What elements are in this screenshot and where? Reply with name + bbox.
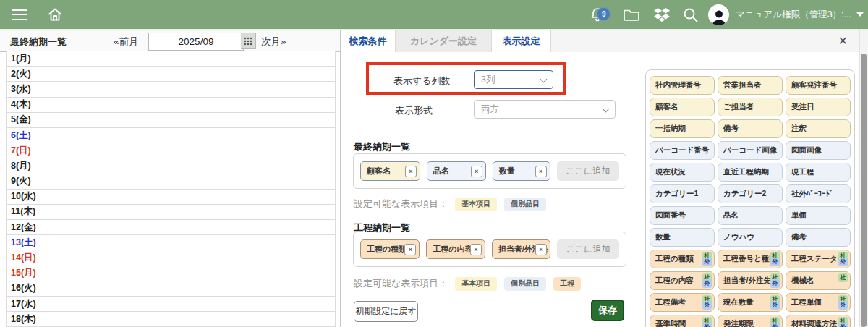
calendar-day-row[interactable]: 11(木) [7, 205, 335, 220]
month-input[interactable] [148, 33, 244, 51]
palette-item[interactable]: 発注期限 社 外 [718, 315, 783, 327]
palette-item[interactable]: 図面番号 [650, 206, 715, 225]
add-here-dropzone[interactable]: ここに追加 [557, 161, 619, 181]
calendar-day-row[interactable]: 7(日) [7, 143, 335, 158]
palette-item[interactable]: 材料調達方法 社 外 [786, 315, 851, 327]
palette-item[interactable]: 基準時間 社 外 [650, 315, 715, 327]
close-icon[interactable]: ✕ [838, 34, 848, 48]
remove-chip-icon[interactable]: × [535, 166, 547, 177]
calendar-day-row[interactable]: 1(月) [7, 51, 335, 67]
calendar-day-row[interactable]: 13(土) [7, 235, 335, 250]
calendar-day-row[interactable]: 15(月) [7, 266, 335, 281]
user-role-label[interactable]: マニュアル権限（管理3）:... [736, 9, 851, 21]
palette-item[interactable]: バーコード番号 [650, 141, 715, 160]
calendar-day-row[interactable]: 9(火) [7, 174, 335, 190]
remove-chip-icon[interactable]: × [535, 244, 547, 255]
palette-item[interactable]: 社外ﾊﾞｰｺｰﾄﾞ [786, 184, 851, 203]
palette-item[interactable]: 工程ステータス 社 外 [786, 250, 851, 268]
badge-external: 外 [702, 301, 712, 310]
user-avatar[interactable] [708, 4, 729, 25]
palette-item[interactable]: 受注日 [786, 98, 851, 116]
chip-customer-name[interactable]: 顧客名 × [360, 161, 420, 181]
notification-bell-icon[interactable]: 9 [589, 6, 606, 23]
field-palette: 社内管理番号 営業担当者 顧客発注番号 顧客名 [645, 69, 855, 327]
add-here-dropzone[interactable]: ここに追加 [557, 239, 619, 259]
remove-chip-icon[interactable]: × [405, 166, 417, 177]
chip-process-content[interactable]: 工程の内容 × [426, 239, 485, 259]
date-picker-icon[interactable] [241, 33, 256, 49]
palette-item[interactable]: 備考 [718, 119, 783, 138]
palette-item[interactable]: 注釈 [786, 119, 851, 138]
palette-item[interactable]: 工程単価 社 外 [786, 293, 851, 312]
display-format-select[interactable]: 両方 [474, 100, 616, 119]
palette-item[interactable]: カテゴリー2 [718, 184, 783, 203]
chip-product-name[interactable]: 品名 × [427, 161, 486, 181]
available-items-label: 設定可能な表示項目： [354, 198, 448, 211]
palette-item[interactable]: 工程の内容 社 外 [650, 271, 715, 290]
chip-quantity[interactable]: 数量 × [493, 161, 550, 181]
palette-item[interactable]: 直近工程納期 [718, 163, 783, 182]
folder-icon[interactable] [622, 6, 641, 23]
palette-item[interactable]: 現在状況 [650, 163, 715, 182]
display-format-label: 表示形式 [395, 104, 433, 117]
calendar-day-row[interactable]: 12(金) [7, 220, 335, 235]
search-icon[interactable] [681, 6, 699, 24]
tab-search-conditions[interactable]: 検索条件 [341, 30, 396, 52]
chip-assignee-subcontractor[interactable]: 担当者/外注先 × [492, 239, 550, 259]
palette-item[interactable]: 顧客発注番号 [786, 76, 851, 95]
palette-item-label: 工程番号と種類 [723, 254, 777, 264]
palette-item-label: 受注日 [791, 102, 814, 112]
calendar-day-row[interactable]: 5(金) [7, 113, 335, 128]
palette-item[interactable]: 単価 [786, 206, 851, 225]
tab-display-settings[interactable]: 表示設定 [492, 30, 551, 52]
reset-defaults-button[interactable]: 初期設定に戻す [354, 301, 418, 322]
calendar-day-row[interactable]: 2(火) [7, 67, 335, 82]
remove-chip-icon[interactable]: × [471, 166, 482, 177]
vertical-scrollbar-thumb[interactable] [861, 54, 867, 327]
dropbox-icon[interactable] [652, 6, 671, 23]
day-label: 18(木) [11, 313, 36, 326]
user-menu-caret-icon[interactable] [856, 12, 864, 17]
remove-chip-icon[interactable]: × [404, 244, 416, 255]
calendar-day-row[interactable]: 14(日) [7, 250, 335, 266]
palette-item-label: カテゴリー1 [655, 189, 698, 199]
palette-item[interactable]: 現在数量 社 外 [718, 293, 783, 312]
home-icon[interactable] [46, 6, 64, 23]
palette-item[interactable]: 備考 [786, 228, 851, 247]
calendar-day-row[interactable]: 18(木) [7, 312, 335, 327]
palette-item-label: 工程の内容 [655, 276, 694, 286]
columns-count-select[interactable]: 3列 [474, 70, 553, 89]
palette-item[interactable]: 工程番号と種類 社 外 [718, 250, 783, 268]
palette-item[interactable]: 工程備考 社 外 [650, 293, 715, 312]
calendar-day-row[interactable]: 6(土) [7, 128, 335, 143]
remove-chip-icon[interactable]: × [470, 244, 482, 255]
palette-item[interactable]: 現工程 [786, 163, 851, 182]
palette-item[interactable]: カテゴリー1 [650, 184, 715, 203]
palette-item[interactable]: 数量 [650, 228, 715, 247]
calendar-day-row[interactable]: 16(火) [7, 281, 335, 297]
palette-item[interactable]: 品名 [718, 206, 783, 225]
badge-basic-items: 基本項目 [455, 198, 497, 211]
prev-month-button[interactable]: «前月 [114, 35, 139, 48]
palette-item[interactable]: 一括納期 [650, 119, 715, 138]
tab-calendar-settings[interactable]: カレンダー設定 [396, 30, 492, 52]
palette-item[interactable]: 機械名 社 [786, 271, 851, 290]
palette-item[interactable]: ご担当者 [718, 98, 783, 116]
calendar-day-row[interactable]: 17(水) [7, 297, 335, 312]
save-button[interactable]: 保存 [591, 300, 624, 321]
calendar-day-row[interactable]: 3(水) [7, 82, 335, 97]
calendar-day-row[interactable]: 10(水) [7, 190, 335, 205]
palette-item[interactable]: ノウハウ [718, 228, 783, 247]
hamburger-menu-icon[interactable] [12, 9, 27, 20]
palette-item[interactable]: 担当者/外注先 社 外 [718, 271, 783, 290]
palette-item[interactable]: 図面画像 [786, 141, 851, 160]
palette-item[interactable]: 社内管理番号 [650, 76, 715, 95]
palette-item[interactable]: 工程の種類 社 外 [650, 250, 715, 268]
palette-item[interactable]: 営業担当者 [718, 76, 783, 95]
calendar-day-row[interactable]: 8(月) [7, 158, 335, 174]
calendar-day-row[interactable]: 4(木) [7, 98, 335, 113]
palette-item[interactable]: 顧客名 [650, 98, 715, 116]
palette-item[interactable]: バーコード画像 [718, 141, 783, 160]
next-month-button[interactable]: 次月» [261, 35, 286, 48]
chip-process-type[interactable]: 工程の種類 × [360, 239, 420, 259]
